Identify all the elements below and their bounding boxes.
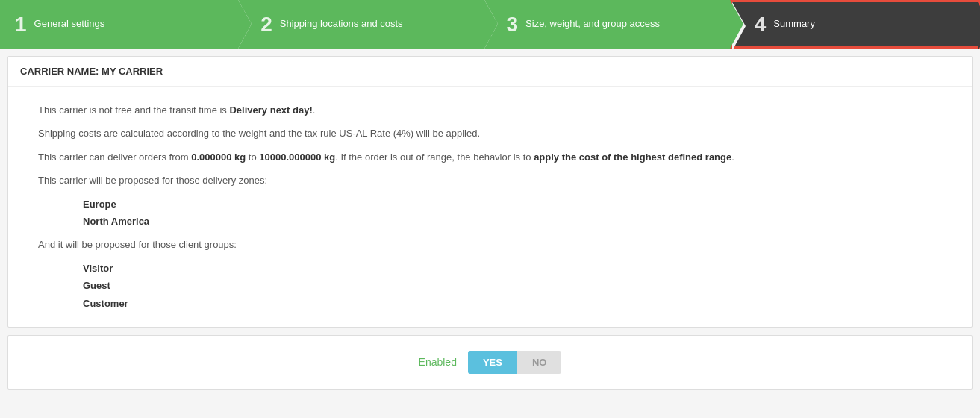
zone-europe: Europe — [83, 196, 942, 213]
step1-number: 1 — [15, 14, 27, 35]
step2-number: 2 — [260, 14, 272, 35]
wizard-step-4[interactable]: 4 Summary — [730, 0, 980, 49]
line3-to: to — [246, 152, 259, 163]
step4-label: Summary — [773, 18, 815, 31]
carrier-name: MY CARRIER — [102, 66, 163, 77]
main-content: CARRIER NAME: MY CARRIER This carrier is… — [7, 56, 973, 328]
delivery-zones: Europe North America — [38, 196, 942, 231]
carrier-body: This carrier is not free and the transit… — [8, 87, 972, 327]
wizard-steps: 1 General settings 2 Shipping locations … — [0, 0, 980, 49]
wizard-step-3[interactable]: 3 Size, weight, and group access — [484, 0, 730, 49]
line1-bold: Delivery next day! — [229, 104, 312, 116]
wizard-step-2[interactable]: 2 Shipping locations and costs — [238, 0, 484, 49]
line1-text: This carrier is not free and the transit… — [38, 104, 229, 116]
client-groups: Visitor Guest Customer — [38, 260, 942, 312]
enabled-toggle[interactable]: YES NO — [468, 351, 562, 374]
line3-bold: apply the cost of the highest defined ra… — [534, 152, 731, 163]
carrier-line1: This carrier is not free and the transit… — [38, 102, 942, 119]
step1-label: General settings — [34, 18, 105, 31]
zone-north-america: North America — [83, 213, 942, 230]
line3-max: 10000.000000 kg — [259, 152, 335, 163]
line3-prefix: This carrier can deliver orders from — [38, 152, 191, 163]
carrier-line3: This carrier can deliver orders from 0.0… — [38, 149, 942, 166]
yes-button[interactable]: YES — [468, 351, 517, 374]
step2-label: Shipping locations and costs — [280, 18, 403, 31]
line3-min: 0.000000 kg — [191, 152, 246, 163]
group-guest: Guest — [83, 277, 942, 294]
step4-number: 4 — [755, 14, 767, 35]
carrier-header: CARRIER NAME: MY CARRIER — [8, 57, 972, 87]
group-visitor: Visitor — [83, 260, 942, 277]
carrier-line5: And it will be proposed for those client… — [38, 236, 942, 253]
line3-middle: . If the order is out of range, the beha… — [335, 152, 534, 163]
enabled-label: Enabled — [419, 356, 457, 368]
line3-suffix: . — [731, 152, 734, 163]
line1-suffix: . — [313, 104, 316, 116]
no-button[interactable]: NO — [517, 351, 562, 374]
step3-label: Size, weight, and group access — [525, 18, 660, 31]
carrier-line4: This carrier will be proposed for those … — [38, 172, 942, 189]
group-customer: Customer — [83, 295, 942, 312]
step3-number: 3 — [507, 14, 519, 35]
bottom-section: Enabled YES NO — [7, 335, 973, 390]
carrier-header-prefix: CARRIER NAME: — [20, 66, 99, 77]
wizard-step-1[interactable]: 1 General settings — [0, 0, 238, 49]
carrier-line2: Shipping costs are calculated according … — [38, 125, 942, 142]
